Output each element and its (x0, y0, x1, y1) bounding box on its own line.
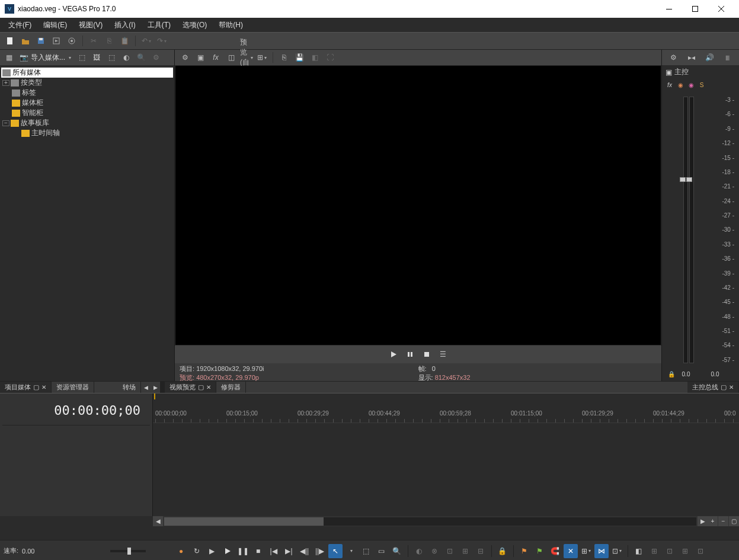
preview-screen[interactable] (175, 66, 661, 345)
menu-edit[interactable]: 编辑(E) (37, 18, 73, 32)
event-fx-icon[interactable]: ⊞ (647, 544, 661, 558)
master-mute-icon[interactable]: ◉ (676, 81, 684, 89)
group-icon[interactable]: ⊞ (458, 544, 472, 558)
region-icon[interactable]: ⚑ (533, 544, 547, 558)
lock-icon[interactable]: 🔒 (495, 544, 510, 558)
pause-icon[interactable]: ❚❚ (236, 544, 250, 558)
lock-env-icon[interactable]: ⊗ (427, 544, 442, 558)
adjust-icon[interactable]: ◧ (308, 51, 321, 64)
timeline-tracks[interactable]: ▸ 00:00:00;0000:00:15;0000:00:29;2900:00… (153, 393, 739, 516)
normal-edit-icon[interactable]: ↖ (328, 544, 343, 558)
tree-storyboards[interactable]: −故事板库 (1, 118, 173, 128)
edit-tool-dropdown[interactable] (344, 544, 358, 558)
tab-project-media[interactable]: 项目媒体▢✕ (0, 382, 52, 393)
tab-max-icon[interactable]: ▢ (198, 383, 204, 391)
switches-icon[interactable]: ⊞ (678, 544, 692, 558)
tree-smart-bins[interactable]: 智能柜 (1, 108, 173, 118)
redo-button[interactable]: ↷ (155, 34, 168, 47)
tree-main-timeline[interactable]: 主时间轴 (1, 128, 173, 138)
snap-opts-icon[interactable]: ⊞ (579, 544, 593, 558)
play-from-start-icon[interactable]: ▶ (205, 544, 219, 558)
zoom-in-icon[interactable]: + (708, 516, 718, 526)
zoom-tool-icon[interactable]: 🔍 (390, 544, 404, 558)
scroll-left-icon[interactable]: ◀ (153, 516, 163, 526)
tab-close-icon[interactable]: ✕ (206, 384, 211, 391)
menu-help[interactable]: 帮助(H) (213, 18, 249, 32)
save-button[interactable] (34, 34, 47, 47)
properties-button[interactable] (65, 34, 78, 47)
fullscreen-icon[interactable]: ⛶ (324, 51, 337, 64)
tab-transitions[interactable]: 转场 (118, 382, 141, 393)
ignore-group-icon[interactable]: ⊡ (443, 544, 457, 558)
tree-all-media[interactable]: 所有媒体 (1, 68, 173, 78)
media-props-icon[interactable]: ▦ (2, 51, 15, 64)
snap-icon[interactable]: 🧲 (548, 544, 562, 558)
fader-right[interactable] (686, 177, 692, 182)
selection-tool-icon[interactable]: ⬚ (359, 544, 373, 558)
preview-menu-icon[interactable]: ☰ (437, 348, 450, 361)
track-motion-icon[interactable]: ⊡ (693, 544, 708, 558)
preview-play-icon[interactable] (387, 348, 400, 361)
menu-view[interactable]: 视图(V) (73, 18, 108, 32)
undo-button[interactable]: ↶ (140, 34, 153, 47)
paste-button[interactable]: 📋 (118, 34, 131, 47)
video-fx-icon[interactable]: fx (209, 51, 222, 64)
master-downmix-icon[interactable]: 🔊 (703, 51, 716, 64)
tab-close-icon[interactable]: ✕ (41, 384, 46, 391)
timeline-hscroll[interactable]: ◀ ▶ + − ▢ (153, 516, 739, 526)
render-button[interactable] (50, 34, 63, 47)
loop-icon[interactable]: ↻ (190, 544, 204, 558)
crossfade-opts-icon[interactable]: ⊡ (610, 544, 624, 558)
tree-tags[interactable]: 标签 (1, 88, 173, 98)
marker-icon[interactable]: ⚑ (517, 544, 532, 558)
master-dim-icon[interactable]: ▸◂ (685, 51, 698, 64)
envelope-tool-icon[interactable]: ▭ (375, 544, 389, 558)
split-screen-icon[interactable]: ◫ (225, 51, 238, 64)
remove-icon[interactable]: ⬚ (105, 51, 118, 64)
preview-props-icon[interactable]: ⚙ (178, 51, 191, 64)
copy-snapshot-icon[interactable]: ⎘ (277, 51, 290, 64)
play-icon[interactable] (220, 544, 235, 558)
save-snapshot-icon[interactable]: 💾 (293, 51, 306, 64)
get-media-icon[interactable]: 🖼 (90, 51, 103, 64)
master-gear-icon[interactable]: ⚙ (667, 51, 680, 64)
auto-crossfade-icon[interactable]: ⋈ (594, 544, 609, 558)
ungroup-icon[interactable]: ⊟ (474, 544, 488, 558)
tree-by-type[interactable]: +按类型 (1, 78, 173, 88)
minimize-button[interactable] (656, 0, 682, 18)
go-end-icon[interactable]: ▶| (282, 544, 296, 558)
menu-options[interactable]: 选项(O) (177, 18, 213, 32)
scroll-right-icon[interactable]: ▶ (698, 516, 708, 526)
hscroll-thumb[interactable] (164, 517, 324, 526)
tab-scroll-right-icon[interactable]: ▶ (151, 382, 160, 393)
rate-slider[interactable] (110, 550, 146, 552)
timeline-ruler[interactable]: 00:00:00;0000:00:15;0000:00:29;2900:00:4… (153, 393, 739, 423)
close-button[interactable] (708, 0, 734, 18)
preview-stop-icon[interactable] (420, 348, 433, 361)
tab-trimmer[interactable]: 修剪器 (216, 382, 246, 393)
overlays-icon[interactable]: ⊞ (255, 51, 268, 64)
new-button[interactable] (4, 34, 17, 47)
cursor-marker[interactable] (154, 393, 155, 399)
fader-left[interactable] (680, 177, 686, 182)
cut-button[interactable]: ✂ (87, 34, 100, 47)
tab-close-icon[interactable]: ✕ (729, 384, 734, 391)
zoom-out-icon[interactable]: − (718, 516, 728, 526)
tab-master-bus[interactable]: 主控总线▢✕ (687, 382, 739, 393)
quantize-icon[interactable]: ✕ (564, 544, 578, 558)
preview-quality-dropdown[interactable]: 预览(自动) (240, 51, 253, 64)
media-fx-icon[interactable]: ◐ (120, 51, 133, 64)
auto-ripple-icon[interactable]: ◐ (412, 544, 426, 558)
preview-pause-icon[interactable] (404, 348, 417, 361)
master-auto-icon[interactable]: S (698, 81, 706, 89)
generated-icon[interactable]: ⊡ (663, 544, 677, 558)
zoom-fit-icon[interactable]: ▢ (729, 516, 739, 526)
maximize-button[interactable] (682, 0, 708, 18)
next-frame-icon[interactable]: ||▶ (313, 544, 327, 558)
capture-icon[interactable]: ⬚ (75, 51, 88, 64)
prev-frame-icon[interactable]: ◀|| (297, 544, 312, 558)
master-solo-icon[interactable]: ◉ (687, 81, 695, 89)
timecode-display[interactable]: 00:00:00;00 (2, 396, 150, 425)
tab-video-preview[interactable]: 视频预览▢✕ (165, 382, 216, 393)
go-start-icon[interactable]: |◀ (267, 544, 281, 558)
